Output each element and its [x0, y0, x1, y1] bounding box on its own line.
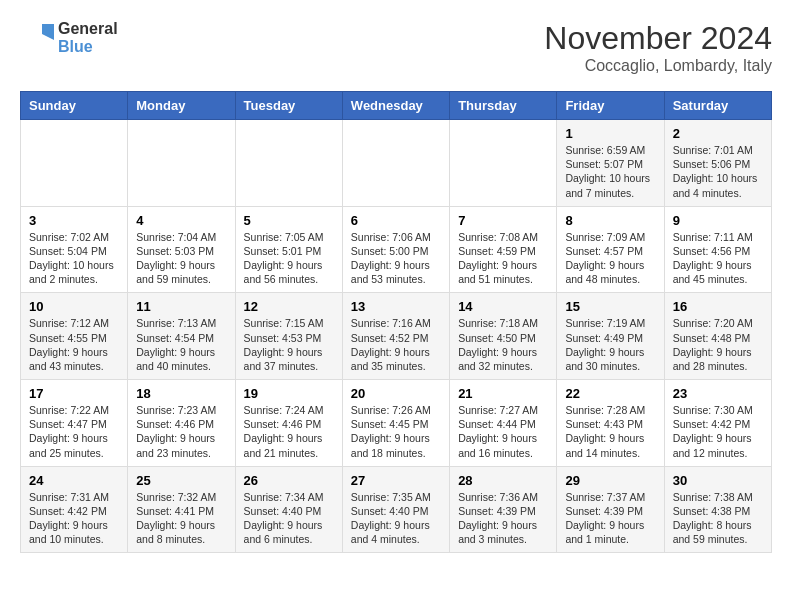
day-info: Sunrise: 7:27 AM Sunset: 4:44 PM Dayligh… [458, 403, 548, 460]
day-info: Sunrise: 7:24 AM Sunset: 4:46 PM Dayligh… [244, 403, 334, 460]
day-number: 5 [244, 213, 334, 228]
day-cell-23: 23Sunrise: 7:30 AM Sunset: 4:42 PM Dayli… [664, 380, 771, 467]
day-cell-12: 12Sunrise: 7:15 AM Sunset: 4:53 PM Dayli… [235, 293, 342, 380]
day-cell-10: 10Sunrise: 7:12 AM Sunset: 4:55 PM Dayli… [21, 293, 128, 380]
day-cell-3: 3Sunrise: 7:02 AM Sunset: 5:04 PM Daylig… [21, 206, 128, 293]
week-row-2: 3Sunrise: 7:02 AM Sunset: 5:04 PM Daylig… [21, 206, 772, 293]
day-info: Sunrise: 7:16 AM Sunset: 4:52 PM Dayligh… [351, 316, 441, 373]
empty-cell [450, 120, 557, 207]
week-row-4: 17Sunrise: 7:22 AM Sunset: 4:47 PM Dayli… [21, 380, 772, 467]
day-cell-19: 19Sunrise: 7:24 AM Sunset: 4:46 PM Dayli… [235, 380, 342, 467]
page-header: General Blue November 2024 Coccaglio, Lo… [20, 20, 772, 75]
day-info: Sunrise: 7:12 AM Sunset: 4:55 PM Dayligh… [29, 316, 119, 373]
day-number: 24 [29, 473, 119, 488]
day-cell-21: 21Sunrise: 7:27 AM Sunset: 4:44 PM Dayli… [450, 380, 557, 467]
day-number: 7 [458, 213, 548, 228]
day-info: Sunrise: 7:23 AM Sunset: 4:46 PM Dayligh… [136, 403, 226, 460]
day-number: 3 [29, 213, 119, 228]
day-info: Sunrise: 7:28 AM Sunset: 4:43 PM Dayligh… [565, 403, 655, 460]
day-number: 2 [673, 126, 763, 141]
day-info: Sunrise: 7:15 AM Sunset: 4:53 PM Dayligh… [244, 316, 334, 373]
week-row-3: 10Sunrise: 7:12 AM Sunset: 4:55 PM Dayli… [21, 293, 772, 380]
day-cell-17: 17Sunrise: 7:22 AM Sunset: 4:47 PM Dayli… [21, 380, 128, 467]
empty-cell [128, 120, 235, 207]
day-number: 16 [673, 299, 763, 314]
day-number: 28 [458, 473, 548, 488]
day-cell-28: 28Sunrise: 7:36 AM Sunset: 4:39 PM Dayli… [450, 466, 557, 553]
day-cell-26: 26Sunrise: 7:34 AM Sunset: 4:40 PM Dayli… [235, 466, 342, 553]
weekday-header-saturday: Saturday [664, 92, 771, 120]
day-cell-24: 24Sunrise: 7:31 AM Sunset: 4:42 PM Dayli… [21, 466, 128, 553]
day-number: 29 [565, 473, 655, 488]
day-cell-22: 22Sunrise: 7:28 AM Sunset: 4:43 PM Dayli… [557, 380, 664, 467]
logo-blue: Blue [58, 38, 118, 56]
day-info: Sunrise: 7:04 AM Sunset: 5:03 PM Dayligh… [136, 230, 226, 287]
day-number: 8 [565, 213, 655, 228]
day-number: 21 [458, 386, 548, 401]
day-number: 12 [244, 299, 334, 314]
day-number: 14 [458, 299, 548, 314]
day-cell-16: 16Sunrise: 7:20 AM Sunset: 4:48 PM Dayli… [664, 293, 771, 380]
day-number: 6 [351, 213, 441, 228]
day-info: Sunrise: 7:30 AM Sunset: 4:42 PM Dayligh… [673, 403, 763, 460]
day-info: Sunrise: 7:32 AM Sunset: 4:41 PM Dayligh… [136, 490, 226, 547]
day-number: 26 [244, 473, 334, 488]
day-number: 9 [673, 213, 763, 228]
weekday-header-row: SundayMondayTuesdayWednesdayThursdayFrid… [21, 92, 772, 120]
day-cell-6: 6Sunrise: 7:06 AM Sunset: 5:00 PM Daylig… [342, 206, 449, 293]
day-cell-15: 15Sunrise: 7:19 AM Sunset: 4:49 PM Dayli… [557, 293, 664, 380]
day-info: Sunrise: 7:31 AM Sunset: 4:42 PM Dayligh… [29, 490, 119, 547]
day-number: 15 [565, 299, 655, 314]
empty-cell [342, 120, 449, 207]
empty-cell [235, 120, 342, 207]
day-cell-11: 11Sunrise: 7:13 AM Sunset: 4:54 PM Dayli… [128, 293, 235, 380]
day-info: Sunrise: 7:13 AM Sunset: 4:54 PM Dayligh… [136, 316, 226, 373]
day-number: 11 [136, 299, 226, 314]
day-info: Sunrise: 7:37 AM Sunset: 4:39 PM Dayligh… [565, 490, 655, 547]
day-cell-18: 18Sunrise: 7:23 AM Sunset: 4:46 PM Dayli… [128, 380, 235, 467]
day-number: 18 [136, 386, 226, 401]
day-number: 23 [673, 386, 763, 401]
week-row-5: 24Sunrise: 7:31 AM Sunset: 4:42 PM Dayli… [21, 466, 772, 553]
week-row-1: 1Sunrise: 6:59 AM Sunset: 5:07 PM Daylig… [21, 120, 772, 207]
day-cell-14: 14Sunrise: 7:18 AM Sunset: 4:50 PM Dayli… [450, 293, 557, 380]
day-info: Sunrise: 7:05 AM Sunset: 5:01 PM Dayligh… [244, 230, 334, 287]
day-number: 4 [136, 213, 226, 228]
month-title: November 2024 [544, 20, 772, 57]
day-info: Sunrise: 7:02 AM Sunset: 5:04 PM Dayligh… [29, 230, 119, 287]
day-cell-27: 27Sunrise: 7:35 AM Sunset: 4:40 PM Dayli… [342, 466, 449, 553]
logo-general: General [58, 20, 118, 38]
day-cell-13: 13Sunrise: 7:16 AM Sunset: 4:52 PM Dayli… [342, 293, 449, 380]
day-cell-29: 29Sunrise: 7:37 AM Sunset: 4:39 PM Dayli… [557, 466, 664, 553]
day-info: Sunrise: 7:26 AM Sunset: 4:45 PM Dayligh… [351, 403, 441, 460]
day-cell-2: 2Sunrise: 7:01 AM Sunset: 5:06 PM Daylig… [664, 120, 771, 207]
calendar-table: SundayMondayTuesdayWednesdayThursdayFrid… [20, 91, 772, 553]
svg-marker-0 [42, 24, 54, 40]
day-info: Sunrise: 7:09 AM Sunset: 4:57 PM Dayligh… [565, 230, 655, 287]
day-info: Sunrise: 6:59 AM Sunset: 5:07 PM Dayligh… [565, 143, 655, 200]
day-number: 10 [29, 299, 119, 314]
day-cell-1: 1Sunrise: 6:59 AM Sunset: 5:07 PM Daylig… [557, 120, 664, 207]
day-info: Sunrise: 7:36 AM Sunset: 4:39 PM Dayligh… [458, 490, 548, 547]
day-info: Sunrise: 7:18 AM Sunset: 4:50 PM Dayligh… [458, 316, 548, 373]
day-number: 22 [565, 386, 655, 401]
day-info: Sunrise: 7:20 AM Sunset: 4:48 PM Dayligh… [673, 316, 763, 373]
day-info: Sunrise: 7:11 AM Sunset: 4:56 PM Dayligh… [673, 230, 763, 287]
location: Coccaglio, Lombardy, Italy [544, 57, 772, 75]
weekday-header-wednesday: Wednesday [342, 92, 449, 120]
day-cell-7: 7Sunrise: 7:08 AM Sunset: 4:59 PM Daylig… [450, 206, 557, 293]
day-cell-25: 25Sunrise: 7:32 AM Sunset: 4:41 PM Dayli… [128, 466, 235, 553]
day-info: Sunrise: 7:01 AM Sunset: 5:06 PM Dayligh… [673, 143, 763, 200]
weekday-header-sunday: Sunday [21, 92, 128, 120]
day-number: 20 [351, 386, 441, 401]
day-info: Sunrise: 7:19 AM Sunset: 4:49 PM Dayligh… [565, 316, 655, 373]
day-number: 30 [673, 473, 763, 488]
empty-cell [21, 120, 128, 207]
day-info: Sunrise: 7:38 AM Sunset: 4:38 PM Dayligh… [673, 490, 763, 547]
day-number: 19 [244, 386, 334, 401]
day-info: Sunrise: 7:08 AM Sunset: 4:59 PM Dayligh… [458, 230, 548, 287]
title-block: November 2024 Coccaglio, Lombardy, Italy [544, 20, 772, 75]
weekday-header-tuesday: Tuesday [235, 92, 342, 120]
day-cell-4: 4Sunrise: 7:04 AM Sunset: 5:03 PM Daylig… [128, 206, 235, 293]
day-number: 25 [136, 473, 226, 488]
